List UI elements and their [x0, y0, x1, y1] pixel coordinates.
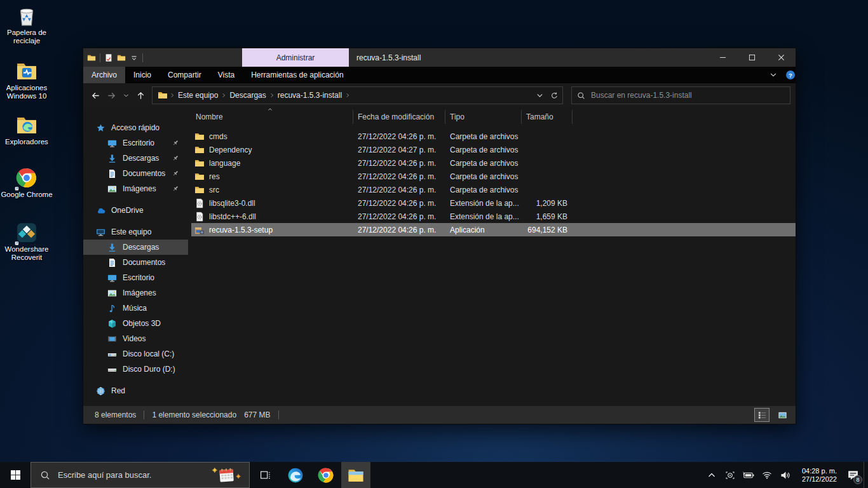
nav-item-label: Escritorio [123, 273, 154, 282]
address-row: Este equipoDescargasrecuva-1.5.3-install [83, 83, 796, 107]
folder-icon [194, 145, 205, 155]
tray-battery-icon[interactable] [742, 469, 755, 482]
document-icon [107, 169, 117, 179]
ribbon-collapse-chevron-icon[interactable] [769, 71, 778, 79]
nav-item-imagenes[interactable]: Imágenes [83, 285, 188, 301]
file-row-res[interactable]: res27/12/2022 04:26 p. m.Carpeta de arch… [191, 170, 796, 183]
maximize-button[interactable] [737, 48, 766, 67]
file-size: 1,209 KB [522, 199, 573, 208]
start-button[interactable] [0, 462, 31, 488]
refresh-icon[interactable] [550, 92, 559, 100]
task-view-icon [260, 470, 271, 480]
qat-newfolder-icon[interactable] [117, 53, 126, 62]
tray-screen-record-icon[interactable] [724, 469, 736, 482]
tray-volume-icon[interactable] [779, 469, 792, 482]
taskbar-edge-button[interactable] [280, 462, 311, 488]
ribbon-tab-herramientas-de-aplicacion[interactable]: Herramientas de aplicación [243, 67, 351, 83]
breadcrumb-item-recuva-1-5-3-install[interactable]: recuva-1.5.3-install [275, 91, 344, 100]
nav-item-descargas[interactable]: Descargas [83, 151, 188, 166]
file-row-libsqlite3-0-dll[interactable]: libsqlite3-0.dll27/12/2022 04:26 p. m.Ex… [191, 196, 796, 210]
nav-item-documentos[interactable]: Documentos [83, 166, 188, 181]
nav-item-acceso-rapido[interactable]: Acceso rápido [83, 120, 188, 135]
status-separator [144, 410, 144, 419]
column-header-tamano[interactable]: Tamaño [522, 110, 573, 124]
desktop-icon-papelera-de-reciclaje[interactable]: Papelera de reciclaje [0, 5, 53, 45]
file-row-recuva-1-5-3-setup[interactable]: recuva-1.5.3-setup27/12/2022 04:26 p. m.… [191, 223, 796, 236]
file-row-src[interactable]: src27/12/2022 04:26 p. m.Carpeta de arch… [191, 183, 796, 196]
file-row-cmds[interactable]: cmds27/12/2022 04:26 p. m.Carpeta de arc… [191, 130, 796, 143]
help-icon[interactable]: ? [785, 70, 796, 80]
desktop-icon-exploradores[interactable]: Exploradores [0, 114, 53, 146]
action-center-button[interactable]: 8 [842, 462, 864, 488]
back-icon[interactable] [91, 91, 100, 100]
thumbnails-view-button[interactable] [775, 409, 789, 421]
qat-customize-chevron-icon[interactable] [130, 53, 139, 62]
nav-item-este-equipo[interactable]: Este equipo [83, 224, 188, 240]
nav-item-onedrive[interactable]: OneDrive [83, 203, 188, 218]
file-size: 1,659 KB [522, 212, 573, 221]
desktop-icon-wondershare-recoverit[interactable]: Wondershare Recoverit [0, 222, 53, 262]
nav-item-red[interactable]: Red [83, 383, 188, 398]
ribbon-tab-inicio[interactable]: Inicio [125, 67, 159, 83]
ribbon-tab-compartir[interactable]: Compartir [159, 67, 210, 83]
ribbon-tab-vista[interactable]: Vista [210, 67, 243, 83]
file-row-libstdc-6-dll[interactable]: libstdc++-6.dll27/12/2022 04:26 p. m.Ext… [191, 210, 796, 223]
nav-item-disco-local-c[interactable]: Disco local (C:) [83, 346, 188, 362]
nav-item-objetos-3d[interactable]: Objetos 3D [83, 316, 188, 331]
file-row-dependency[interactable]: Dependency27/12/2022 04:27 p. m.Carpeta … [191, 143, 796, 156]
explorer-search-input[interactable] [591, 91, 785, 100]
taskbar-clock[interactable]: 04:28 p. m. 27/12/2022 [797, 467, 842, 484]
file-row-language[interactable]: language27/12/2022 04:26 p. m.Carpeta de… [191, 156, 796, 170]
task-view-button[interactable] [250, 462, 280, 488]
up-icon[interactable] [136, 91, 146, 100]
nav-item-descargas[interactable]: Descargas [83, 240, 188, 255]
desktop-icon-aplicaciones-windows-10[interactable]: Aplicaciones Windows 10 [0, 60, 53, 100]
file-list: cmds27/12/2022 04:26 p. m.Carpeta de arc… [191, 126, 796, 236]
close-button[interactable] [766, 48, 796, 67]
taskbar-search[interactable] [31, 462, 250, 488]
column-header-tipo[interactable]: Tipo [445, 110, 522, 124]
taskbar: 04:28 p. m. 27/12/2022 8 [0, 462, 868, 488]
notification-badge: 8 [853, 475, 862, 484]
nav-item-videos[interactable]: Videos [83, 331, 188, 346]
breadcrumb-item-este-equipo[interactable]: Este equipo [175, 91, 220, 100]
qat-properties-icon[interactable] [104, 53, 113, 62]
qat-separator [142, 53, 143, 62]
explorer-search[interactable] [571, 86, 790, 104]
tray-chevron-up-icon[interactable] [705, 469, 718, 482]
contextual-tab-administrar[interactable]: Administrar [242, 48, 349, 67]
titlebar[interactable]: Administrar recuva-1.5.3-install [83, 48, 796, 67]
taskbar-chrome-button[interactable] [311, 462, 341, 488]
forward-icon[interactable] [107, 91, 116, 100]
nav-item-musica[interactable]: Música [83, 301, 188, 316]
nav-item-label: Descargas [123, 243, 159, 252]
taskbar-search-input[interactable] [58, 470, 205, 480]
star-icon [96, 123, 105, 133]
recent-locations-chevron-icon[interactable] [123, 92, 130, 99]
nav-item-label: Imágenes [123, 288, 156, 297]
column-header-fecha-de-modificacion[interactable]: Fecha de modificación [353, 110, 445, 124]
nav-item-escritorio[interactable]: Escritorio [83, 270, 188, 285]
details-view-button[interactable] [755, 409, 769, 421]
show-desktop-button[interactable] [864, 462, 868, 488]
tray-wifi-icon[interactable] [761, 469, 773, 482]
breadcrumb-item-descargas[interactable]: Descargas [227, 91, 268, 100]
search-highlight-calendar-icon[interactable] [206, 466, 247, 485]
nav-item-label: Música [123, 304, 147, 313]
nav-item-label: Videos [123, 334, 146, 343]
nav-item-label: Objetos 3D [123, 319, 161, 328]
taskbar-explorer-button[interactable] [341, 462, 370, 488]
column-header-nombre[interactable]: Nombre [191, 110, 353, 124]
minimize-button[interactable] [708, 48, 737, 67]
desktop-icon-google-chrome[interactable]: Google Chrome [0, 167, 53, 199]
nav-item-disco-duro-d[interactable]: Disco Duro (D:) [83, 362, 188, 377]
ribbon-tab-archivo[interactable]: Archivo [83, 67, 125, 83]
qat-folder-icon[interactable] [87, 53, 96, 62]
address-dropdown-chevron-icon[interactable] [536, 92, 544, 100]
nav-item-escritorio[interactable]: Escritorio [83, 135, 188, 151]
nav-item-imagenes[interactable]: Imágenes [83, 181, 188, 196]
clock-time: 04:28 p. m. [802, 467, 837, 475]
nav-item-documentos[interactable]: Documentos [83, 255, 188, 270]
music-icon [107, 304, 117, 313]
address-bar[interactable]: Este equipoDescargasrecuva-1.5.3-install [152, 86, 563, 104]
